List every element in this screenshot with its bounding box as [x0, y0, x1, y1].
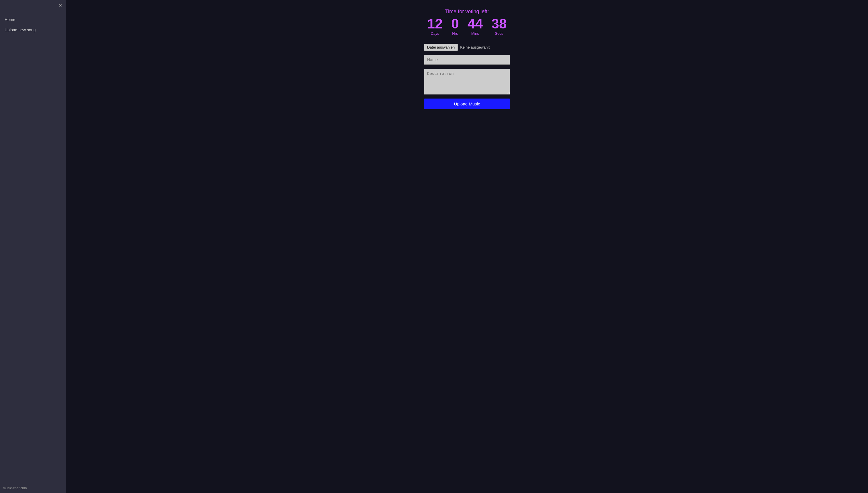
countdown-label-days: Days [431, 31, 439, 36]
sidebar: × Home Upload new song music-chef.club [0, 0, 66, 493]
countdown-unit-secs: 38Secs [492, 17, 507, 36]
sidebar-item-upload-new-song[interactable]: Upload new song [0, 25, 66, 35]
countdown-label-hrs: Hrs [452, 31, 458, 36]
countdown-value-secs: 38 [492, 17, 507, 31]
name-input[interactable] [424, 55, 510, 65]
file-choose-button[interactable]: Datei auswählen [424, 44, 458, 51]
countdown-value-days: 12 [427, 17, 442, 31]
countdown-unit-mins: 44Mins [467, 17, 483, 36]
countdown-numbers: 12Days0Hrs44Mins38Secs [427, 17, 507, 36]
file-status-text: Keine ausgewählt [460, 45, 490, 49]
upload-music-button[interactable]: Upload Music [424, 99, 510, 109]
countdown-unit-hrs: 0Hrs [451, 17, 459, 36]
countdown-unit-days: 12Days [427, 17, 442, 36]
close-icon: × [59, 3, 62, 8]
file-row: Datei auswählen Keine ausgewählt [424, 44, 510, 51]
countdown-value-mins: 44 [467, 17, 483, 31]
countdown-label-mins: Mins [471, 31, 479, 36]
sidebar-nav: Home Upload new song [0, 15, 66, 35]
upload-form: Datei auswählen Keine ausgewählt Upload … [424, 44, 510, 109]
sidebar-footer-domain: music-chef.club [3, 486, 27, 490]
description-input[interactable] [424, 69, 510, 94]
sidebar-item-home[interactable]: Home [0, 15, 66, 24]
countdown-label-secs: Secs [495, 31, 503, 36]
countdown-value-hrs: 0 [451, 17, 459, 31]
countdown-section: Time for voting left: 12Days0Hrs44Mins38… [427, 8, 507, 36]
close-button[interactable]: × [59, 3, 62, 8]
main-content: Time for voting left: 12Days0Hrs44Mins38… [66, 0, 868, 493]
countdown-title: Time for voting left: [445, 8, 489, 15]
